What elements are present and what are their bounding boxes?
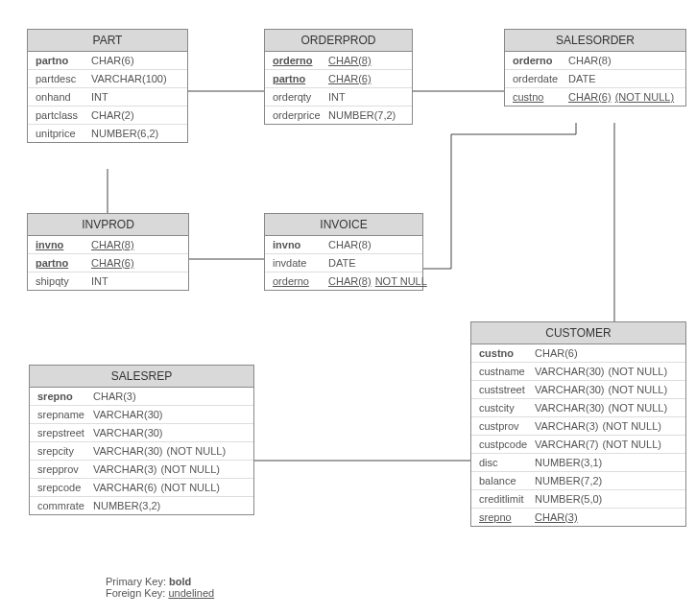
- column-name: invno: [273, 239, 328, 250]
- entity-row: partnoCHAR(6): [28, 254, 188, 272]
- column-name: partno: [36, 257, 91, 269]
- column-type: CHAR(6): [535, 347, 578, 359]
- column-name: custno: [479, 347, 535, 359]
- entity-row: srepstreetVARCHAR(30): [30, 424, 253, 442]
- entity-row: srepnameVARCHAR(30): [30, 406, 253, 424]
- entity-row: srepcityVARCHAR(30)(NOT NULL): [30, 442, 253, 461]
- column-name: onhand: [36, 91, 91, 103]
- column-name: shipqty: [36, 275, 91, 287]
- column-type: VARCHAR(30): [93, 445, 163, 457]
- column-type: CHAR(8): [568, 55, 612, 66]
- column-name: disc: [479, 457, 535, 468]
- entity-title: SALESORDER: [505, 30, 685, 52]
- column-name: srepname: [37, 409, 93, 420]
- column-name: orderqty: [273, 91, 328, 103]
- entity-row: invnoCHAR(8): [265, 236, 422, 254]
- entity-row: custpcodeVARCHAR(7)(NOT NULL): [471, 436, 685, 454]
- column-name: invno: [36, 239, 91, 250]
- entity-row: custnoCHAR(6)(NOT NULL): [505, 88, 685, 106]
- column-extra: (NOT NULL): [609, 366, 668, 377]
- entity-row: commrateNUMBER(3,2): [30, 497, 253, 514]
- column-type: INT: [91, 275, 108, 287]
- column-type: VARCHAR(30): [93, 427, 163, 438]
- entity-row: srepnoCHAR(3): [471, 509, 685, 526]
- column-name: commrate: [37, 500, 93, 511]
- entity-row: ordernoCHAR(8): [505, 52, 685, 70]
- entity-title: INVOICE: [265, 214, 422, 236]
- entity-row: custcityVARCHAR(30)(NOT NULL): [471, 399, 685, 417]
- entity-row: creditlimitNUMBER(5,0): [471, 490, 685, 509]
- entity-row: partdescVARCHAR(100): [28, 70, 187, 88]
- column-name: custcity: [479, 402, 535, 414]
- column-name: partno: [36, 55, 91, 66]
- entity-row: srepcodeVARCHAR(6)(NOT NULL): [30, 479, 253, 497]
- column-type: DATE: [328, 257, 356, 269]
- column-name: srepno: [479, 511, 535, 523]
- column-name: custprov: [479, 420, 535, 432]
- column-name: srepprov: [37, 463, 93, 475]
- entity-title: ORDERPROD: [265, 30, 412, 52]
- column-type: CHAR(6): [328, 73, 372, 84]
- column-type: VARCHAR(100): [91, 73, 167, 84]
- entity-row: partclassCHAR(2): [28, 107, 187, 125]
- entity-part: PART partnoCHAR(6)partdescVARCHAR(100)on…: [27, 29, 188, 143]
- legend-fk-style: undelined: [168, 587, 214, 599]
- entity-row: custstreetVARCHAR(30)(NOT NULL): [471, 381, 685, 399]
- legend-fk-label: Foreign Key:: [106, 587, 165, 599]
- entity-row: orderdateDATE: [505, 70, 685, 88]
- column-type: CHAR(6): [91, 55, 134, 66]
- entity-invprod: INVPROD invnoCHAR(8)partnoCHAR(6)shipqty…: [27, 213, 189, 291]
- column-name: custstreet: [479, 384, 535, 395]
- column-name: custname: [479, 366, 535, 377]
- entity-row: orderpriceNUMBER(7,2): [265, 107, 412, 124]
- column-type: CHAR(6): [91, 257, 134, 269]
- entity-row: discNUMBER(3,1): [471, 454, 685, 472]
- column-type: NUMBER(6,2): [91, 128, 158, 139]
- column-type: NUMBER(7,2): [328, 109, 396, 121]
- column-name: orderno: [513, 55, 568, 66]
- column-type: DATE: [568, 73, 596, 84]
- column-name: srepcity: [37, 445, 93, 457]
- column-extra: (NOT NULL): [602, 438, 661, 450]
- column-name: balance: [479, 475, 535, 486]
- column-type: VARCHAR(3): [535, 420, 598, 432]
- entity-salesrep: SALESREP srepnoCHAR(3)srepnameVARCHAR(30…: [29, 365, 254, 515]
- column-name: partdesc: [36, 73, 91, 84]
- column-extra: (NOT NULL): [167, 445, 227, 457]
- legend-pk-style: bold: [169, 576, 191, 587]
- entity-row: invdateDATE: [265, 254, 422, 272]
- entity-row: partnoCHAR(6): [265, 70, 412, 88]
- entity-row: ordernoCHAR(8): [265, 52, 412, 70]
- column-name: invdate: [273, 257, 328, 269]
- column-type: CHAR(8): [91, 239, 134, 250]
- column-type: CHAR(2): [91, 109, 134, 121]
- entity-invoice: INVOICE invnoCHAR(8)invdateDATEordernoCH…: [264, 213, 423, 291]
- entity-row: invnoCHAR(8): [28, 236, 188, 254]
- entity-title: SALESREP: [30, 366, 253, 388]
- column-type: NUMBER(3,2): [93, 500, 160, 511]
- column-name: srepcode: [37, 482, 93, 493]
- column-extra: NOT NULL: [375, 275, 427, 287]
- column-type: CHAR(8): [328, 55, 372, 66]
- entity-row: custnoCHAR(6): [471, 344, 685, 363]
- column-name: srepno: [37, 391, 93, 402]
- column-type: VARCHAR(30): [93, 409, 163, 420]
- column-extra: (NOT NULL): [160, 463, 220, 475]
- column-type: VARCHAR(30): [535, 366, 605, 377]
- column-name: creditlimit: [479, 493, 535, 505]
- column-type: VARCHAR(3): [93, 463, 156, 475]
- column-extra: (NOT NULL): [602, 420, 661, 432]
- column-name: partclass: [36, 109, 91, 121]
- column-type: NUMBER(3,1): [535, 457, 602, 468]
- legend-pk-label: Primary Key:: [106, 576, 166, 587]
- column-type: VARCHAR(6): [93, 482, 156, 493]
- column-type: CHAR(3): [535, 511, 578, 523]
- column-type: CHAR(3): [93, 391, 136, 402]
- column-type: VARCHAR(7): [535, 438, 598, 450]
- column-name: srepstreet: [37, 427, 93, 438]
- column-name: orderno: [273, 275, 328, 287]
- column-name: orderno: [273, 55, 328, 66]
- column-type: VARCHAR(30): [535, 384, 605, 395]
- column-type: CHAR(8): [328, 275, 372, 287]
- entity-title: INVPROD: [28, 214, 188, 236]
